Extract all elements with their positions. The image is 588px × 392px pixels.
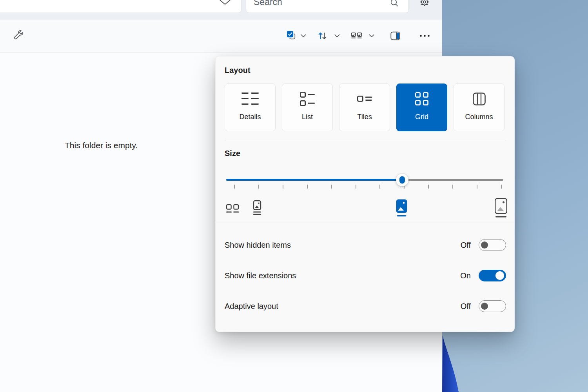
chevron-down-icon[interactable] (334, 34, 340, 38)
select-multiple-checkbox-icon[interactable] (287, 31, 297, 41)
toolbar-right-group (287, 31, 430, 41)
slider-tick (234, 185, 235, 189)
slider-tick (501, 185, 502, 189)
search-input[interactable]: Search (246, 0, 409, 13)
slider-thumb[interactable] (396, 174, 408, 186)
details-view-icon (241, 84, 259, 114)
medium-icons-icon[interactable] (253, 200, 263, 215)
toggle-row-show-hidden-items: Show hidden items Off (225, 239, 506, 251)
size-section-title: Size (225, 149, 514, 158)
layout-option-label: Columns (465, 113, 493, 121)
chevron-down-icon[interactable] (219, 0, 231, 5)
screen: Search (0, 0, 588, 392)
layout-option-details[interactable]: Details (225, 83, 276, 131)
size-section: Size (216, 140, 514, 222)
toggle-label: Show hidden items (225, 241, 291, 250)
slider-tick (452, 185, 453, 189)
wallpaper-bloom-shape (442, 335, 460, 392)
toggle-label: Adaptive layout (225, 302, 278, 311)
slider-tick (428, 185, 429, 189)
columns-view-icon (473, 84, 486, 114)
slider-tick (356, 185, 356, 189)
toggle-knob (481, 303, 488, 310)
grid-view-icon (415, 84, 428, 114)
toggle-switch[interactable] (479, 270, 506, 281)
layout-section: Layout Details (216, 56, 514, 140)
wrench-icon[interactable] (13, 30, 25, 42)
chevron-down-icon[interactable] (369, 34, 374, 38)
layout-option-grid[interactable]: Grid (396, 83, 447, 131)
search-placeholder: Search (254, 0, 282, 7)
toggle-state-text: On (460, 271, 471, 280)
extra-large-icons-icon[interactable] (495, 198, 508, 218)
layout-option-label: List (302, 113, 313, 121)
tiles-view-icon (357, 84, 372, 114)
toggle-state-text: Off (461, 241, 471, 250)
layout-option-label: Tiles (357, 113, 372, 121)
view-options-flyout: Layout Details (215, 56, 515, 332)
layout-option-label: Grid (415, 113, 428, 121)
layout-option-label: Details (239, 113, 261, 121)
slider-tick (379, 185, 380, 189)
gear-icon[interactable] (419, 0, 430, 7)
slider-ticks (234, 185, 502, 189)
command-toolbar (0, 20, 442, 53)
layout-option-list[interactable]: List (282, 83, 333, 131)
address-bar[interactable] (0, 0, 241, 13)
list-view-icon (300, 84, 315, 114)
search-icon[interactable] (390, 0, 399, 7)
chevron-down-icon[interactable] (301, 34, 306, 38)
layout-section-title: Layout (225, 66, 506, 75)
toggle-switch[interactable] (479, 239, 506, 251)
slider-tick (283, 185, 283, 189)
toggle-knob (495, 271, 504, 280)
toggle-state-text: Off (461, 302, 471, 311)
slider-tick (307, 185, 308, 189)
toggle-label: Show file extensions (225, 271, 296, 280)
toggle-row-adaptive-layout: Adaptive layout Off (225, 300, 506, 312)
empty-folder-message: This folder is empty. (65, 141, 138, 150)
layout-options-row: Details List (225, 83, 506, 131)
slider-tick (477, 185, 477, 189)
slider-tick (258, 185, 259, 189)
sort-icon[interactable] (317, 31, 328, 41)
see-more-icon[interactable] (419, 34, 430, 38)
slider-tick (331, 185, 332, 189)
slider-fill (226, 179, 402, 181)
size-slider[interactable] (226, 173, 503, 197)
small-icons-icon[interactable] (226, 204, 240, 214)
view-options-icon[interactable] (351, 31, 362, 41)
toggle-row-show-file-extensions: Show file extensions On (225, 270, 506, 281)
toggle-knob (481, 241, 488, 249)
layout-option-columns[interactable]: Columns (454, 83, 505, 131)
toggle-switch[interactable] (479, 300, 506, 312)
toggles-section: Show hidden items Off Show file extensio… (216, 222, 514, 312)
large-icons-icon[interactable] (396, 199, 408, 217)
size-icons-row (216, 197, 514, 221)
layout-option-tiles[interactable]: Tiles (339, 83, 390, 131)
header-bar: Search (0, 0, 442, 20)
preview-pane-icon[interactable] (390, 31, 401, 41)
